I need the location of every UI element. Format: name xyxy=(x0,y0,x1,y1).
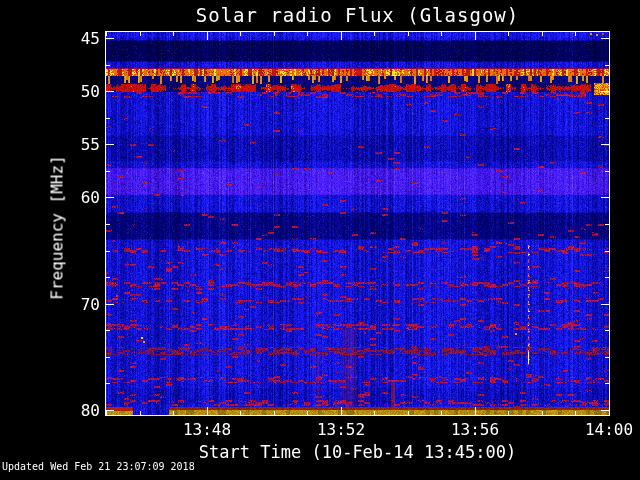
y-tick-label: 50 xyxy=(56,82,100,101)
y-tick-label: 80 xyxy=(56,401,100,420)
y-tick-label: 45 xyxy=(56,29,100,48)
y-tick-label: 70 xyxy=(56,295,100,314)
x-tick-label: 13:56 xyxy=(435,420,515,439)
solar-radio-spectrogram-page: Solar radio Flux (Glasgow) Frequency [MH… xyxy=(0,0,640,480)
x-tick-label: 13:48 xyxy=(167,420,247,439)
chart-title: Solar radio Flux (Glasgow) xyxy=(106,4,609,26)
x-axis-label: Start Time (10-Feb-14 13:45:00) xyxy=(96,442,619,462)
y-tick-label: 60 xyxy=(56,188,100,207)
x-tick-label: 13:52 xyxy=(301,420,381,439)
x-tick-label: 14:00 xyxy=(569,420,640,439)
y-axis-label: Frequency [MHz] xyxy=(48,148,67,308)
updated-timestamp: Updated Wed Feb 21 23:07:09 2018 xyxy=(2,461,195,472)
y-tick-label: 55 xyxy=(56,135,100,154)
